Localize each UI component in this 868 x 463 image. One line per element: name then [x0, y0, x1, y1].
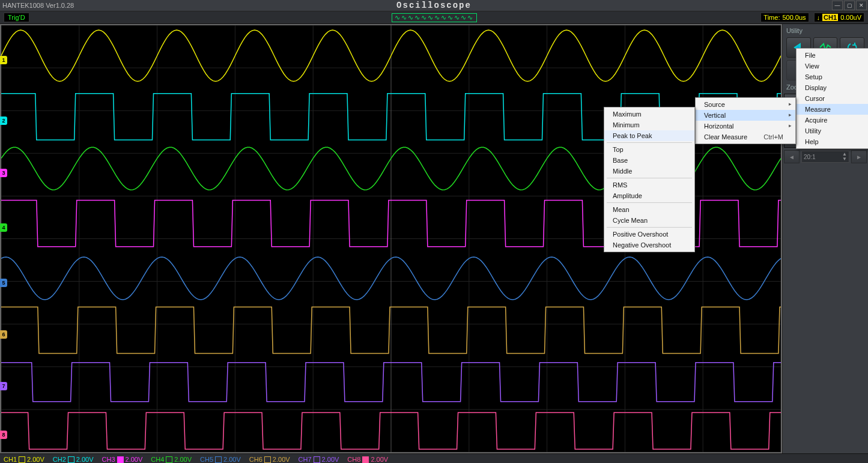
menu-item-top[interactable]: Top	[604, 144, 694, 155]
channel-info-5[interactable]: CH52.00V	[200, 456, 241, 463]
status-bar: Trig'D ∿∿∿∿∿∿∿∿∿∿∿∿ Time: 500.0us ↓ CH1 …	[0, 11, 868, 24]
menu-item-source[interactable]: Source	[696, 99, 795, 110]
timebase-marker: ∿∿∿∿∿∿∿∿∿∿∿∿	[392, 14, 477, 22]
channel-tag-5[interactable]: 5	[0, 279, 7, 287]
menu-item-acquire[interactable]: Acquire	[797, 115, 868, 126]
menu-item-base[interactable]: Base	[604, 155, 694, 166]
menu-item-display[interactable]: Display	[797, 82, 868, 93]
menu-item-vertical[interactable]: Vertical	[696, 110, 795, 121]
menu-item-mean[interactable]: Mean	[604, 204, 694, 215]
channel-info-8[interactable]: CH82.00V	[347, 456, 388, 463]
menu-item-negative-overshoot[interactable]: Negative Overshoot	[604, 240, 694, 250]
channel-tag-1[interactable]: 1	[0, 56, 7, 64]
channel-info-3[interactable]: CH32.00V	[102, 456, 143, 463]
menu-item-setup[interactable]: Setup	[797, 71, 868, 82]
measure-submenu[interactable]: SourceVerticalHorizontalClear MeasureCtr…	[695, 97, 796, 144]
menu-item-maximum[interactable]: Maximum	[604, 109, 694, 120]
menu-item-cycle-mean[interactable]: Cycle Mean	[604, 215, 694, 226]
utility-label: Utility	[784, 26, 867, 35]
close-button[interactable]: ✕	[856, 1, 867, 10]
channel-tag-8[interactable]: 8	[0, 431, 7, 439]
timebase-readout: Time: 500.0us	[760, 13, 809, 22]
menu-item-help[interactable]: Help	[797, 136, 868, 147]
menu-item-peak-to-peak[interactable]: Peak to Peak	[604, 130, 694, 141]
app-name: HANTEK1008 Ver1.0.28	[2, 2, 74, 9]
menu-item-file[interactable]: File	[797, 50, 868, 61]
menu-item-minimum[interactable]: Minimum	[604, 120, 694, 130]
channel-tag-4[interactable]: 4	[0, 223, 7, 232]
trigger-readout: ↓ CH1 0.00uV	[814, 13, 864, 22]
channel-info-1[interactable]: CH12.00V	[4, 456, 44, 463]
window-title: Oscilloscope	[396, 1, 472, 10]
menu-item-amplitude[interactable]: Amplitude	[604, 190, 694, 201]
channel-bar: CH12.00VCH22.00VCH32.00VCH42.00VCH52.00V…	[0, 453, 868, 463]
menu-item-middle[interactable]: Middle	[604, 166, 694, 177]
channel-info-4[interactable]: CH42.00V	[151, 456, 192, 463]
maximize-button[interactable]: ▢	[844, 1, 855, 10]
channel-tag-7[interactable]: 7	[0, 382, 7, 390]
menu-item-view[interactable]: View	[797, 61, 868, 71]
menu-item-measure[interactable]: Measure	[797, 104, 868, 115]
channel-tag-2[interactable]: 2	[0, 117, 7, 125]
menu-item-positive-overshoot[interactable]: Positive Overshoot	[604, 229, 694, 240]
menu-item-horizontal[interactable]: Horizontal	[696, 121, 795, 132]
trigger-status: Trig'D	[4, 13, 29, 22]
menu-item-rms[interactable]: RMS	[604, 180, 694, 190]
main-menu[interactable]: FileViewSetupDisplayCursorMeasureAcquire…	[796, 48, 868, 149]
minimize-button[interactable]: —	[832, 1, 843, 10]
vertical-submenu[interactable]: MaximumMinimumPeak to PeakTopBaseMiddleR…	[604, 107, 695, 252]
ratio-dec: ◄	[784, 150, 800, 163]
channel-tag-6[interactable]: 6	[0, 330, 7, 339]
ratio-value: 20:1▲▼	[801, 151, 849, 163]
menu-item-clear-measure[interactable]: Clear MeasureCtrl+M	[696, 132, 795, 142]
titlebar: HANTEK1008 Ver1.0.28 Oscilloscope — ▢ ✕	[0, 0, 868, 11]
menu-item-cursor[interactable]: Cursor	[797, 93, 868, 104]
channel-info-2[interactable]: CH22.00V	[53, 456, 94, 463]
channel-tag-3[interactable]: 3	[0, 169, 7, 177]
channel-info-6[interactable]: CH62.00V	[249, 456, 290, 463]
ratio-inc: ►	[851, 150, 867, 163]
menu-item-utility[interactable]: Utility	[797, 126, 868, 136]
channel-info-7[interactable]: CH72.00V	[299, 456, 339, 463]
